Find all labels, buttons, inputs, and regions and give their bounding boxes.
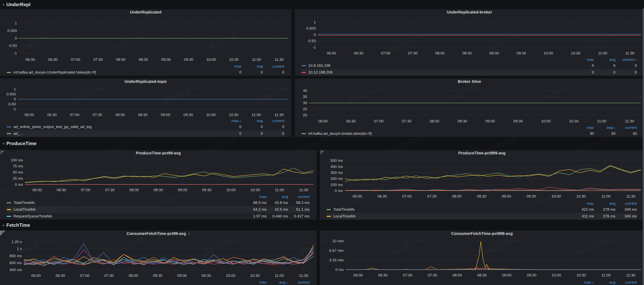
chart-underreplicated-broker[interactable]: 10.5000-0.50-106:0006:3007:0007:3008:000…: [295, 15, 644, 57]
svg-text:08:30: 08:30: [154, 188, 163, 192]
svg-text:08:30: 08:30: [138, 113, 148, 117]
row-header-producetime[interactable]: ∨ ProduceTime: [0, 137, 644, 150]
svg-text:07:30: 07:30: [93, 58, 103, 62]
legend-sort-max[interactable]: max: [245, 195, 266, 199]
svg-text:07:30: 07:30: [402, 119, 412, 123]
svg-text:11:30: 11:30: [626, 273, 635, 277]
chevron-down-icon: ∨: [2, 223, 4, 227]
panel-underreplicated: UnderReplicated 10.5000-0.50-106:0006:30…: [0, 9, 292, 76]
svg-text:1: 1: [14, 87, 16, 91]
external-link-icon[interactable]: ↗: [0, 150, 6, 156]
legend-header: max∨avgcurrent: [326, 280, 637, 285]
panel-title[interactable]: ConsumerFetchTime-pct99-avg ∨: [0, 230, 317, 236]
legend-header: maxavgcurrent: [326, 201, 637, 206]
legend-sort-avg[interactable]: avg: [594, 280, 616, 284]
chart-consumerfetchtime-pct999[interactable]: 10 min6.67 min3.33 min0 ms06:0006:3007:0…: [320, 236, 644, 280]
series-color-swatch: [302, 133, 306, 134]
svg-text:-1: -1: [12, 107, 16, 111]
legend-sort-avg[interactable]: avg∨: [266, 280, 288, 284]
legend-value: 0: [263, 125, 284, 129]
svg-text:08:00: 08:00: [430, 119, 440, 123]
legend-sort-max[interactable]: max: [572, 58, 594, 62]
chart-consumerfetchtime-pct99[interactable]: 1.20 s1 s800 ms600 ms400 ms06:0006:3007:…: [0, 236, 317, 280]
svg-text:06:30: 06:30: [378, 273, 388, 277]
legend-row[interactable]: ad_online_joiner_output_test_gq_valid_ad…: [7, 123, 284, 130]
svg-text:-1: -1: [14, 51, 17, 55]
svg-text:11:00: 11:00: [598, 51, 607, 55]
legend-sort-max[interactable]: max: [572, 201, 594, 206]
legend-sort-current[interactable]: current: [288, 195, 310, 199]
svg-text:06:30: 06:30: [48, 58, 58, 62]
legend-sort-current[interactable]: current: [263, 119, 284, 123]
series-label: 10.12.188.208: [308, 70, 572, 75]
legend-sort-current[interactable]: current: [288, 280, 310, 284]
svg-text:09:30: 09:30: [202, 273, 211, 278]
panel-title[interactable]: UnderReplicated-broker: [295, 9, 644, 15]
legend-value: 0: [594, 63, 616, 68]
legend-sort-avg[interactable]: avg: [241, 64, 263, 69]
panel-underreplicated-topic: UnderReplicated-topic 10.5000-0.50-106:0…: [0, 79, 292, 137]
row-header-underrepl[interactable]: ∨ UnderRepl: [0, 0, 644, 9]
svg-text:10:30: 10:30: [576, 194, 586, 198]
row-header-fetchtime[interactable]: ∨ FetchTime: [0, 220, 644, 230]
legend-sort-current[interactable]: current: [616, 201, 637, 206]
legend-sort-avg[interactable]: avg: [594, 58, 616, 62]
svg-text:0 ms: 0 ms: [15, 182, 23, 187]
legend-sort-max[interactable]: max: [220, 64, 241, 69]
legend-sort-current[interactable]: current: [616, 280, 637, 284]
legend-row[interactable]: inf.kafka.ad_douyin.UnderReplicated.Valu…: [7, 69, 284, 76]
vertical-scrollbar[interactable]: [642, 8, 644, 285]
legend-consumerfetchtime-pct99: maxavg∨current: [0, 280, 317, 285]
legend-sort-avg[interactable]: avg: [266, 195, 288, 199]
chart-underreplicated[interactable]: 10.5000-0.50-106:0006:3007:0007:3008:000…: [0, 15, 292, 64]
panel-title[interactable]: Broker Alive: [295, 79, 644, 85]
legend-sort-current[interactable]: current: [616, 125, 637, 130]
legend-row[interactable]: LocalTimeMs64.2 ms42.5 ms51.1 ms: [7, 206, 310, 213]
legend-value: 0: [220, 125, 241, 129]
external-link-icon[interactable]: ↗: [320, 150, 326, 156]
svg-text:08:00: 08:00: [452, 194, 462, 198]
chart-broker-alive[interactable]: 403530252006:0006:3007:0007:3008:0008:30…: [295, 85, 644, 125]
legend-sort-max[interactable]: max: [572, 125, 594, 130]
panel-title[interactable]: ProduceTime-pct999-avg: [320, 150, 644, 156]
panel-title[interactable]: UnderReplicated-topic: [0, 79, 292, 85]
svg-text:11:30: 11:30: [299, 188, 308, 192]
panel-title[interactable]: UnderReplicated: [0, 9, 292, 15]
legend-value: 0: [220, 70, 241, 75]
legend-sort-current[interactable]: current∨: [616, 58, 637, 62]
panel-row-2: UnderReplicated-topic 10.5000-0.50-106:0…: [0, 79, 644, 137]
legend-row[interactable]: ad_…000: [7, 130, 284, 137]
info-icon[interactable]: i: [0, 230, 6, 236]
svg-text:08:00: 08:00: [435, 51, 445, 55]
svg-text:06:00: 06:00: [352, 194, 362, 198]
legend-sort-max[interactable]: max∨: [220, 119, 241, 123]
chart-producetime-pct999[interactable]: 500 ms400 ms300 ms200 ms100 ms0 ms06:000…: [320, 156, 644, 201]
legend-value: 0: [220, 131, 241, 136]
chart-underreplicated-topic[interactable]: 10.5000-0.50-106:0006:3007:0007:3008:000…: [0, 85, 292, 118]
legend-header: maxavgcurrent∨: [302, 57, 637, 62]
legend-sort-avg[interactable]: avg: [594, 201, 616, 206]
legend-value: 51.1 ms: [288, 207, 310, 212]
legend-sort-max[interactable]: max: [245, 280, 266, 284]
svg-text:35: 35: [303, 95, 307, 99]
panel-producetime-pct999: ↗ ProduceTime-pct999-avg 500 ms400 ms300…: [320, 150, 644, 220]
svg-text:10:00: 10:00: [541, 119, 551, 123]
legend-row[interactable]: 10.12.188.208000: [302, 69, 637, 76]
legend-row[interactable]: 10.8.155.198000: [302, 62, 637, 69]
legend-sort-avg[interactable]: avg∧: [594, 125, 616, 130]
chart-producetime-pct99[interactable]: 100 ms75 ms50 ms25 ms0 ms06:0006:3007:00…: [0, 156, 317, 194]
legend-row[interactable]: RequestQueueTimeMs1.97 ms0.440 ms0.417 m…: [7, 213, 310, 220]
panel-title[interactable]: ProduceTime-pct99-avg: [0, 150, 317, 156]
legend-sort-max[interactable]: max∨: [572, 280, 594, 284]
legend-sort-current[interactable]: current: [263, 64, 284, 69]
svg-text:20: 20: [303, 113, 307, 117]
legend-row[interactable]: TotalTimeMs68.3 ms43.8 ms58.3 ms: [7, 199, 310, 206]
legend-row[interactable]: TotalTimeMs422 ms278 ms349 ms: [326, 206, 637, 213]
legend-sort-avg[interactable]: avg: [241, 119, 263, 123]
svg-text:11:00: 11:00: [275, 188, 284, 192]
panel-title[interactable]: ConsumerFetchTime-pct999-avg: [320, 230, 644, 236]
svg-text:09:00: 09:00: [178, 188, 187, 192]
legend-row[interactable]: LocalTimeMs411 ms276 ms345 ms: [326, 213, 637, 220]
svg-text:07:00: 07:00: [81, 188, 90, 192]
legend-row[interactable]: inf.kafka.ad_douyin.broker.alive{dc=lf}3…: [302, 130, 637, 137]
